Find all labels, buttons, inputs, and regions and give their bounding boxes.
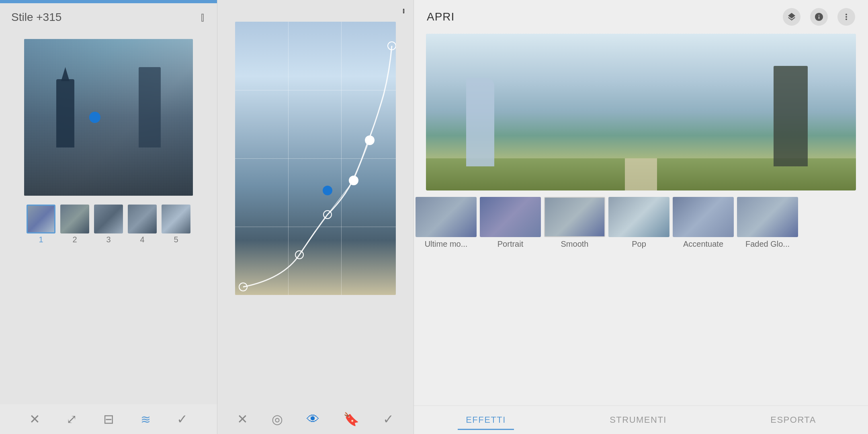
- filter-label-2: Smooth: [561, 240, 589, 249]
- filter-item-5[interactable]: Faded Glo...: [735, 197, 800, 249]
- filter-label-5: Faded Glo...: [745, 240, 790, 249]
- middle-confirm-button[interactable]: ✓: [383, 411, 394, 427]
- tab-effetti[interactable]: EFFETTI: [458, 411, 514, 428]
- crop-button[interactable]: ⤢: [66, 411, 77, 427]
- image-background: [24, 39, 193, 196]
- filter-item-2[interactable]: Smooth: [542, 197, 607, 249]
- filter-thumb-2[interactable]: [544, 197, 605, 237]
- filter-label-4: Accentuate: [683, 240, 723, 249]
- thumbnail-item-2[interactable]: 2: [60, 205, 89, 244]
- filters-strip: Ultime mo... Portrait Smooth Pop Accentu…: [414, 197, 868, 249]
- filter-thumb-3[interactable]: [608, 197, 669, 237]
- thumb-num-4: 4: [140, 235, 144, 244]
- thumbnail-4[interactable]: [128, 205, 157, 233]
- svg-point-6: [323, 186, 332, 195]
- split-view-icon[interactable]: ⫿: [200, 10, 206, 24]
- bottom-tabs: EFFETTI STRUMENTI ESPORTA: [414, 405, 868, 434]
- filter-thumb-1[interactable]: [480, 197, 541, 237]
- middle-eye-button[interactable]: 👁: [307, 412, 319, 427]
- middle-header: ⫿: [217, 0, 414, 22]
- thumbnail-item-1[interactable]: 1: [27, 205, 55, 244]
- info-button[interactable]: [810, 8, 828, 26]
- building-right: [139, 67, 161, 147]
- more-vert-icon: [841, 12, 851, 22]
- middle-bottom-toolbar: ✕ ◎ 👁 🔖 ✓: [217, 404, 414, 434]
- thumbnail-1[interactable]: [27, 205, 55, 233]
- filter-thumb-5[interactable]: [737, 197, 798, 237]
- city-silhouette: [24, 75, 193, 164]
- info-icon: [814, 12, 824, 22]
- more-button[interactable]: [837, 8, 855, 26]
- left-header: Stile +315 ⫿: [0, 3, 217, 31]
- selection-dot[interactable]: [89, 112, 100, 123]
- top-progress-bar: [0, 0, 217, 3]
- tab-strumenti[interactable]: STRUMENTI: [602, 411, 675, 428]
- tab-esporta[interactable]: ESPORTA: [762, 411, 824, 428]
- filter-button[interactable]: ≋: [141, 412, 151, 426]
- thumbnail-item-3[interactable]: 3: [94, 205, 123, 244]
- right-header: APRI: [414, 0, 868, 34]
- thumb-num-1: 1: [39, 235, 43, 244]
- svg-line-8: [328, 180, 354, 215]
- curve-svg: [235, 22, 396, 295]
- header-icons: [783, 8, 855, 26]
- middle-close-button[interactable]: ✕: [237, 411, 248, 427]
- filter-thumb-4[interactable]: [673, 197, 734, 237]
- filter-item-3[interactable]: Pop: [607, 197, 671, 249]
- svg-line-7: [299, 231, 315, 255]
- filter-label-1: Portrait: [497, 240, 523, 249]
- style-title: Stile +315: [11, 11, 61, 24]
- thumb-num-3: 3: [106, 235, 111, 244]
- middle-target-button[interactable]: ◎: [272, 411, 283, 427]
- apri-title: APRI: [427, 10, 454, 23]
- left-bottom-toolbar: ✕ ⤢ ⊟ ≋ ✓: [0, 404, 217, 434]
- photo-background: [426, 34, 856, 190]
- filter-item-1[interactable]: Portrait: [478, 197, 542, 249]
- thumbnail-item-4[interactable]: 4: [128, 205, 157, 244]
- filters-strip-area: Ultime mo... Portrait Smooth Pop Accentu…: [414, 190, 868, 249]
- thumbnail-item-5[interactable]: 5: [162, 205, 190, 244]
- thumbnail-2[interactable]: [60, 205, 89, 233]
- rp-building-right: [774, 66, 808, 166]
- adjust-button[interactable]: ⊟: [103, 411, 114, 427]
- thumbnail-3[interactable]: [94, 205, 123, 233]
- right-panel: APRI: [414, 0, 868, 434]
- middle-panel: ⫿: [217, 0, 414, 434]
- filter-item-0[interactable]: Ultime mo...: [414, 197, 478, 249]
- confirm-button[interactable]: ✓: [177, 411, 188, 427]
- left-panel: Stile +315 ⫿ 1 2: [0, 0, 217, 434]
- main-photo: [426, 34, 856, 190]
- middle-stamp-button[interactable]: 🔖: [343, 411, 359, 427]
- left-content: 1 2 3 4 5 ✕ ⤢ ⊟ ≋ ✓: [0, 31, 217, 434]
- middle-content: ✕ ◎ 👁 🔖 ✓: [217, 22, 414, 434]
- rp-building-left: [466, 78, 494, 166]
- layers-icon: [787, 12, 796, 22]
- filter-label-3: Pop: [632, 240, 646, 249]
- svg-line-9: [354, 140, 370, 180]
- filter-label-0: Ultime mo...: [425, 240, 468, 249]
- thumb-num-5: 5: [174, 235, 178, 244]
- filter-thumb-0[interactable]: [416, 197, 477, 237]
- layers-button[interactable]: [783, 8, 800, 26]
- curve-editor-area: [235, 22, 396, 295]
- path-area: [625, 158, 657, 190]
- thumb-num-2: 2: [72, 235, 77, 244]
- building-left: [56, 79, 74, 147]
- thumbnails-strip: 1 2 3 4 5: [27, 205, 190, 244]
- thumbnail-5[interactable]: [162, 205, 190, 233]
- filter-item-4[interactable]: Accentuate: [671, 197, 735, 249]
- split-view-icon-middle[interactable]: ⫿: [402, 7, 405, 14]
- main-image: [24, 39, 193, 196]
- close-button[interactable]: ✕: [29, 411, 40, 427]
